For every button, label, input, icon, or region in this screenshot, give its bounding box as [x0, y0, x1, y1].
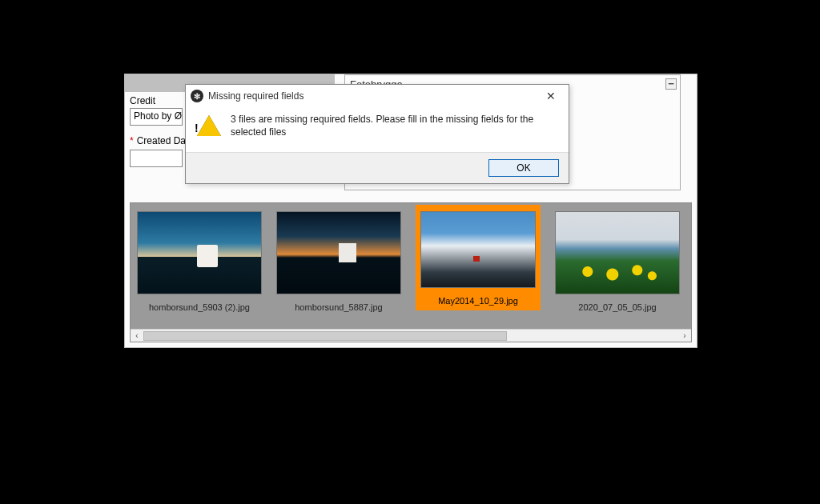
thumbnail-filename: homborsund_5887.jpg	[276, 302, 401, 312]
thumbnail-strip: homborsund_5903 (2).jpghomborsund_5887.j…	[130, 202, 692, 342]
dialog-button-row: OK	[186, 152, 569, 183]
ok-button[interactable]: OK	[488, 159, 559, 177]
thumbnail-tile[interactable]: homborsund_5903 (2).jpg	[137, 211, 262, 312]
created-date-label-text: Created Da	[137, 135, 186, 146]
dialog-title: Missing required fields	[208, 90, 538, 102]
thumbnail-image[interactable]	[276, 211, 401, 294]
credit-field-label: Credit	[130, 95, 155, 106]
missing-fields-dialog: ✻ Missing required fields ✕ ! 3 files ar…	[185, 84, 569, 184]
dialog-body: ! 3 files are missing required fields. P…	[186, 107, 569, 152]
metadata-form: Credit Photo by Øys *Created Da Fotobryg…	[125, 74, 697, 198]
scroll-left-arrow[interactable]: ‹	[131, 330, 143, 342]
horizontal-scrollbar[interactable]: ‹ ›	[131, 329, 691, 342]
credit-field[interactable]: Photo by Øys	[130, 108, 183, 126]
warning-icon	[197, 115, 221, 136]
thumbnails-row: homborsund_5903 (2).jpghomborsund_5887.j…	[131, 203, 691, 330]
thumbnail-filename: 2020_07_05_05.jpg	[555, 302, 680, 312]
remove-keyword-button[interactable]: −	[665, 78, 677, 90]
app-icon: ✻	[191, 90, 203, 102]
app-panel: Credit Photo by Øys *Created Da Fotobryg…	[124, 74, 697, 348]
thumbnail-tile[interactable]: 2020_07_05_05.jpg	[555, 211, 680, 312]
thumbnail-filename: May2014_10_29.jpg	[420, 296, 536, 306]
created-date-field[interactable]	[130, 150, 183, 167]
thumbnail-filename: homborsund_5903 (2).jpg	[137, 302, 262, 312]
thumbnail-tile[interactable]: homborsund_5887.jpg	[276, 211, 401, 312]
thumbnail-image[interactable]	[137, 211, 262, 294]
scroll-track[interactable]	[143, 330, 678, 342]
thumbnail-image[interactable]	[420, 211, 536, 288]
required-marker: *	[130, 135, 134, 146]
dialog-titlebar[interactable]: ✻ Missing required fields ✕	[186, 85, 569, 107]
thumbnail-tile[interactable]: May2014_10_29.jpg	[416, 205, 541, 310]
scroll-right-arrow[interactable]: ›	[678, 330, 691, 342]
thumbnail-image[interactable]	[555, 211, 680, 294]
scroll-thumb[interactable]	[143, 331, 507, 341]
dialog-message: 3 files are missing required fields. Ple…	[231, 114, 557, 138]
created-date-field-label: *Created Da	[130, 135, 186, 146]
close-icon[interactable]: ✕	[538, 87, 564, 105]
warning-icon-bang: !	[195, 121, 199, 135]
